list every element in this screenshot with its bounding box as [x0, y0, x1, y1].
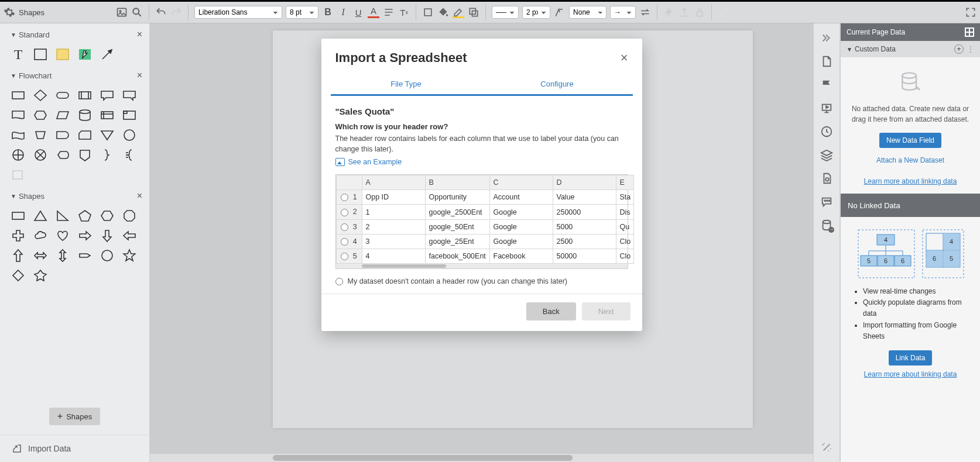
pentagon-icon[interactable] [77, 208, 92, 223]
close-icon[interactable]: × [137, 191, 142, 201]
italic-icon[interactable]: I [337, 6, 349, 18]
card-icon[interactable] [77, 127, 92, 143]
fill-icon[interactable] [437, 6, 449, 18]
brace-r-icon[interactable] [100, 147, 115, 163]
note-icon[interactable] [55, 47, 70, 62]
brace-l-icon[interactable] [122, 147, 137, 163]
swap-icon[interactable] [639, 6, 651, 18]
magic-icon[interactable] [718, 6, 729, 18]
arrow-u-icon[interactable] [11, 248, 26, 263]
row-selector[interactable]: 3 [336, 219, 362, 234]
layers-icon[interactable] [820, 149, 833, 161]
table-row[interactable]: 21google_2500EntGoogle250000Dis [336, 205, 633, 219]
fullscreen-icon[interactable] [965, 6, 976, 18]
cross-icon[interactable] [11, 228, 26, 243]
line-angle-icon[interactable] [554, 6, 566, 18]
table-row[interactable]: 32google_50EntGoogle5000Qu [336, 219, 633, 234]
arrow-r-icon[interactable] [77, 228, 92, 243]
rect2-icon[interactable] [11, 208, 26, 223]
flag-icon[interactable] [820, 78, 833, 91]
cloud-icon[interactable] [33, 228, 48, 243]
file-icon[interactable] [820, 172, 833, 185]
gear-icon[interactable] [4, 6, 15, 18]
arrow-line-icon[interactable] [100, 47, 115, 62]
text-icon[interactable]: T [11, 47, 26, 62]
highlight-icon[interactable] [453, 6, 464, 18]
heart-icon[interactable] [55, 228, 70, 243]
arrow-l-icon[interactable] [122, 228, 137, 243]
diamond-icon[interactable] [33, 88, 48, 103]
grid-view-icon[interactable] [965, 27, 974, 37]
parallel-icon[interactable] [55, 108, 70, 123]
cylinder-icon[interactable] [77, 108, 92, 123]
image-icon[interactable] [116, 6, 128, 18]
tab-file-type[interactable]: File Type [331, 74, 482, 94]
menu-icon[interactable]: ⋮ [967, 45, 974, 53]
row-radio[interactable] [341, 209, 348, 216]
custom-data-header[interactable]: ▼ Custom Data + ⋮ [841, 41, 980, 57]
redo-icon[interactable] [170, 6, 182, 18]
delay-icon[interactable] [55, 127, 70, 143]
tape-icon[interactable] [11, 127, 26, 143]
bold-icon[interactable]: B [322, 6, 334, 18]
add-icon[interactable]: + [954, 44, 964, 54]
history-icon[interactable] [820, 125, 833, 138]
terminator-icon[interactable] [55, 88, 70, 103]
arrow-end-select[interactable]: → [610, 6, 636, 19]
more-shapes-button[interactable]: + Shapes [49, 408, 100, 425]
block-icon[interactable] [33, 47, 48, 62]
circle2-icon[interactable] [100, 248, 115, 263]
no-header-radio[interactable] [335, 278, 343, 285]
back-button[interactable]: Back [526, 302, 576, 320]
close-icon[interactable]: × [137, 29, 142, 40]
row-selector[interactable]: 1 [336, 190, 362, 205]
crop-icon[interactable] [422, 6, 434, 18]
upload-icon[interactable] [679, 6, 690, 18]
merge-icon[interactable] [100, 127, 115, 143]
new-data-field-button[interactable]: New Data Field [879, 133, 941, 148]
shapes-dropdown-label[interactable]: Shapes [19, 8, 44, 17]
present-icon[interactable] [820, 102, 833, 115]
display-icon[interactable] [55, 147, 70, 163]
data-icon[interactable]: → [820, 219, 833, 232]
swatch-icon[interactable] [11, 167, 26, 182]
row-radio[interactable] [341, 223, 348, 231]
rtri-icon[interactable] [55, 208, 70, 223]
comment-icon[interactable] [820, 195, 833, 208]
callout2-icon[interactable] [122, 88, 137, 103]
attach-dataset-link[interactable]: Attach a New Dataset [847, 156, 974, 164]
section-flowchart[interactable]: ▼ Flowchart × [0, 64, 149, 85]
lock-icon[interactable] [694, 6, 705, 18]
magic-wand-icon[interactable] [820, 441, 833, 454]
arrow-ud-icon[interactable] [55, 248, 70, 263]
stroke-width-select[interactable]: 2 px [522, 6, 550, 19]
offpage-icon[interactable] [77, 147, 92, 163]
star-icon[interactable] [122, 248, 137, 263]
search-icon[interactable] [131, 6, 143, 18]
no-header-checkbox[interactable]: My dataset doesn't contain a header row … [335, 269, 628, 289]
doc-icon[interactable] [11, 108, 26, 123]
text-format-icon[interactable]: Tx [398, 6, 410, 18]
arrow-d-icon[interactable] [100, 228, 115, 243]
undo-icon[interactable] [155, 6, 167, 18]
connector-icon[interactable] [122, 127, 137, 143]
text-color-icon[interactable]: A [368, 6, 379, 18]
callout-icon[interactable] [100, 88, 115, 103]
arrow-start-select[interactable]: None [569, 6, 606, 19]
font-size-select[interactable]: 8 pt [286, 6, 318, 19]
sum-icon[interactable] [33, 147, 48, 163]
sheet-horizontal-scrollbar[interactable] [336, 264, 628, 268]
next-button[interactable]: Next [582, 302, 631, 320]
hotspot-icon[interactable] [77, 47, 92, 62]
learn-more-link-2[interactable]: Learn more about linking data [864, 370, 957, 378]
predef-icon[interactable] [77, 88, 92, 103]
hex2-icon[interactable] [100, 208, 115, 223]
diamond2-icon[interactable] [11, 268, 26, 283]
close-icon[interactable]: × [621, 50, 628, 65]
or-icon[interactable] [11, 147, 26, 163]
tab-configure[interactable]: Configure [482, 74, 633, 94]
row-selector[interactable]: 5 [336, 249, 362, 264]
table-row[interactable]: 54facebook_500EntFacebook50000Clo [336, 249, 633, 264]
rect-icon[interactable] [11, 88, 26, 103]
octagon-icon[interactable] [122, 208, 137, 223]
